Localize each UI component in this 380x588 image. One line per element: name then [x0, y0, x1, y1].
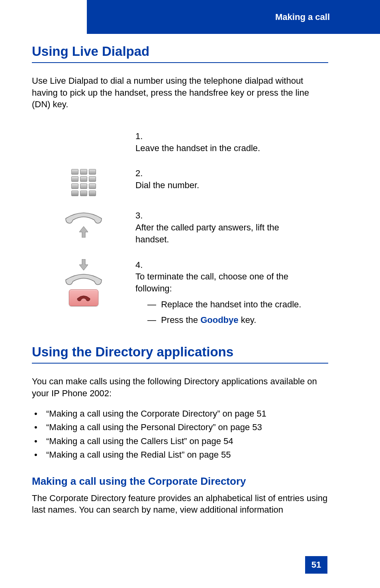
page-content: Using Live Dialpad Use Live Dialpad to d…: [32, 44, 328, 524]
step-2-icon-slot: [32, 167, 135, 196]
heading-directory-apps: Using the Directory applications: [32, 344, 328, 364]
step-4-sub-1-text: Replace the handset into the cradle.: [161, 299, 301, 309]
header-label: Making a call: [275, 12, 330, 22]
step-1-num: 1.: [135, 130, 147, 142]
steps-list: 1. Leave the handset in the cradle. 2. D…: [32, 130, 328, 326]
step-4-sub-2-suffix: key.: [239, 315, 257, 325]
goodbye-key-label: Goodbye: [200, 315, 238, 325]
page-number: 51: [305, 556, 327, 574]
bullet-redial: “Making a call using the Redial List” on…: [32, 448, 328, 462]
bullet-personal: “Making a call using the Personal Direct…: [32, 421, 328, 434]
step-4-text: 4. To terminate the call, choose one of …: [135, 259, 328, 326]
bullet-callers: “Making a call using the Callers List” o…: [32, 435, 328, 448]
heading-corporate-directory: Making a call using the Corporate Direct…: [32, 475, 328, 488]
lift-handset-icon: [62, 210, 106, 238]
step-4-sub-1: — Replace the handset into the cradle.: [135, 299, 314, 311]
step-3-num: 3.: [135, 210, 147, 222]
step-1-text: 1. Leave the handset in the cradle.: [135, 130, 328, 154]
step-4-sub-2-prefix: Press the: [161, 315, 200, 325]
step-4-icon-slot: [32, 259, 135, 306]
step-2-text: 2. Dial the number.: [135, 167, 328, 191]
step-2-num: 2.: [135, 167, 147, 179]
step-4-leadin: To terminate the call, choose one of the…: [135, 271, 288, 293]
replace-handset-icon: [62, 259, 106, 287]
step-4-sub-2: — Press the Goodbye key.: [135, 314, 314, 326]
step-4-body: To terminate the call, choose one of the…: [135, 271, 314, 326]
header-bar: Making a call: [87, 0, 380, 34]
step-1-body: Leave the handset in the cradle.: [135, 142, 314, 154]
intro-live-dialpad: Use Live Dialpad to dial a number using …: [32, 75, 328, 110]
body-corporate-directory: The Corporate Directory feature provides…: [32, 492, 328, 516]
svg-marker-1: [79, 259, 88, 270]
step-1: 1. Leave the handset in the cradle.: [32, 130, 328, 154]
step-3: 3. After the called party answers, lift …: [32, 210, 328, 245]
bullet-corporate: “Making a call using the Corporate Direc…: [32, 407, 328, 421]
directory-apps-list: “Making a call using the Corporate Direc…: [32, 407, 328, 461]
svg-marker-0: [79, 226, 88, 238]
step-3-text: 3. After the called party answers, lift …: [135, 210, 328, 245]
step-3-body: After the called party answers, lift the…: [135, 222, 314, 245]
keypad-icon: [71, 169, 96, 196]
dash-1: —: [147, 299, 159, 311]
step-3-icon-slot: [32, 210, 135, 238]
step-4: 4. To terminate the call, choose one of …: [32, 259, 328, 326]
intro-directory-apps: You can make calls using the following D…: [32, 376, 328, 399]
goodbye-key-icon: [69, 289, 98, 306]
step-2: 2. Dial the number.: [32, 167, 328, 196]
step-2-body: Dial the number.: [135, 179, 314, 191]
heading-live-dialpad: Using Live Dialpad: [32, 44, 328, 63]
arrow-up-icon: [79, 226, 88, 238]
dash-2: —: [147, 314, 159, 326]
arrow-down-icon: [79, 259, 88, 270]
step-4-num: 4.: [135, 259, 147, 271]
